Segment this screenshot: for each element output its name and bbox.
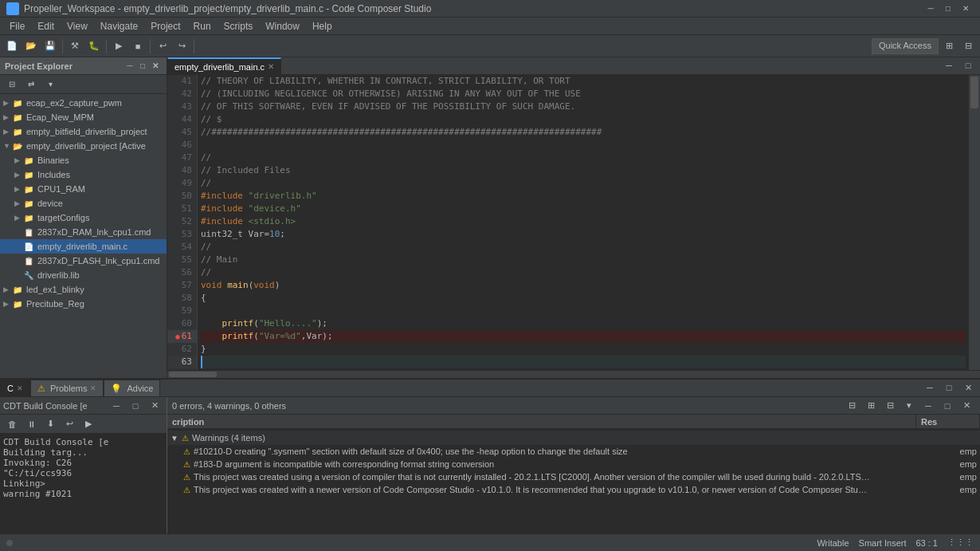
menu-navigate[interactable]: Navigate [94,19,144,33]
tree-item-includes[interactable]: ▶ 📁 Includes [0,167,167,182]
tree-item-main-c[interactable]: ▶ 📄 empty_driverlib_main.c [0,239,167,254]
scrollbar-thumb[interactable] [970,77,978,108]
tree-item-led[interactable]: ▶ 📁 led_ex1_blinky [0,282,167,297]
problems-expand-btn[interactable]: ⊞ [862,397,880,415]
warning-group-header[interactable]: ▼ ⚠ Warnings (4 items) [167,431,980,445]
close-button[interactable]: ✕ [958,2,974,15]
console-panel: CDT Build Console [e ─ □ ✕ 🗑 ⏸ ⬇ ↩ ▶ CDT… [0,397,167,533]
problems-summary: 0 errors, 4 warnings, 0 others [172,401,286,411]
debug-button[interactable]: 🐛 [85,37,103,55]
bottom-panel-min[interactable]: ─ [921,379,939,396]
build-button[interactable]: ⚒ [66,37,84,55]
redo-button[interactable]: ↪ [173,37,190,55]
problems-header: 0 errors, 4 warnings, 0 others ⊟ ⊞ ⊟ ▾ ─… [167,397,980,415]
console-pause-btn[interactable]: ⏸ [22,415,40,433]
console-close-btn[interactable]: ✕ [146,397,163,415]
tree-item-flash-lnk[interactable]: ▶ 📋 2837xD_FLASH_lnk_cpu1.cmd [0,254,167,268]
tree-label: 2837xD_FLASH_lnk_cpu1.cmd [37,256,159,266]
problems-filter-btn[interactable]: ⊟ [843,397,860,415]
open-button[interactable]: 📂 [22,37,40,55]
arrow-icon: ▼ [3,142,11,150]
tree-item-cpu1ram[interactable]: ▶ 📁 CPU1_RAM [0,182,167,196]
tree-item-ecap-mpm[interactable]: ▶ 📁 Ecap_New_MPM [0,110,167,124]
save-button[interactable]: 💾 [41,37,59,55]
window-title: Propeller_Workspace - empty_driverlib_pr… [24,3,923,14]
perspective-btn[interactable]: ⊞ [940,37,958,55]
line-numbers: 41 42 43 44 45 46 47 48 49 50 51 52 53 5… [167,75,198,370]
menu-project[interactable]: Project [144,19,186,33]
tree-label: driverlib.lib [37,270,80,280]
tab-close-button[interactable]: ✕ [268,62,274,71]
bottom-tab-problems[interactable]: ⚠ Problems ✕ [30,380,104,396]
bottom-tab-c[interactable]: C ✕ [0,380,30,396]
problems-close-btn[interactable]: ✕ [958,397,975,415]
tree-item-targetconfigs[interactable]: ▶ 📁 targetConfigs [0,211,167,225]
pe-collapse-btn[interactable]: ⊟ [3,76,21,93]
col-description-label: cription [172,417,204,427]
tree-label: empty_driverlib_main.c [37,242,127,251]
console-scroll-btn[interactable]: ⬇ [41,415,59,433]
menu-run[interactable]: Run [187,19,218,33]
problems-max-btn[interactable]: □ [939,397,956,415]
menu-edit[interactable]: Edit [31,19,61,33]
console-word-wrap-btn[interactable]: ↩ [61,415,78,433]
tree-item-precitube[interactable]: ▶ 📁 Precitube_Reg [0,297,167,311]
tree-item-ecap[interactable]: ▶ 📁 ecap_ex2_capture_pwm [0,96,167,110]
editor-tab-main-c[interactable]: empty_driverlib_main.c ✕ [167,57,281,74]
pe-close-btn[interactable]: ✕ [149,60,162,73]
warning-item-0[interactable]: ⚠ #10210-D creating ".sysmem" section wi… [167,445,980,458]
bottom-panel-close[interactable]: ✕ [959,379,977,396]
tree-item-device[interactable]: ▶ 📁 device [0,196,167,211]
undo-button[interactable]: ↩ [154,37,171,55]
console-next-btn[interactable]: ▶ [80,415,97,433]
console-text[interactable]: CDT Build Console [e Building targ... In… [0,434,167,533]
warning-item-3[interactable]: ⚠ This project was created with a newer … [167,483,980,496]
warning-res-1: emp [960,459,980,469]
toolbar-sep-4 [194,39,194,53]
pe-maximize-btn[interactable]: □ [136,60,149,73]
problems-min-btn[interactable]: ─ [919,397,937,415]
perspectives-btn[interactable]: ⊟ [959,37,977,55]
pe-minimize-btn[interactable]: ─ [123,60,136,73]
warning-item-2[interactable]: ⚠ This project was created using a versi… [167,470,980,483]
tree-item-driverlib[interactable]: ▶ 🔧 driverlib.lib [0,268,167,282]
pe-link-btn[interactable]: ⇄ [22,76,40,93]
bottom-panel-max[interactable]: □ [940,379,958,396]
run-button[interactable]: ▶ [110,37,127,55]
status-position: 63 : 1 [915,538,938,548]
console-clear-btn[interactable]: 🗑 [3,415,21,433]
quick-access-button[interactable]: Quick Access [872,38,939,54]
code-content[interactable]: // THEORY OF LIABILITY, WHETHER IN CONTR… [198,75,969,370]
bottom-tab-c-id: ✕ [17,384,23,392]
menu-view[interactable]: View [61,19,94,33]
tree-item-bitfield[interactable]: ▶ 📁 empty_bitfield_driverlib_project [0,124,167,139]
tree-item-binaries[interactable]: ▶ 📁 Binaries [0,153,167,167]
tree-item-ram-lnk[interactable]: ▶ 📋 2837xD_RAM_lnk_cpu1.cmd [0,225,167,239]
editor-min-btn[interactable]: ─ [940,57,958,74]
problems-menu-btn[interactable]: ▾ [900,397,918,415]
h-scrollbar-thumb[interactable] [169,372,217,377]
minimize-button[interactable]: ─ [923,2,939,15]
status-insert-mode: Smart Insert [859,538,907,548]
bottom-tab-advice[interactable]: 💡 Advice [104,380,160,396]
menu-help[interactable]: Help [306,19,339,33]
horizontal-scrollbar[interactable] [167,370,980,378]
group-arrow-icon: ▼ [171,434,178,443]
editor-scrollbar[interactable] [969,75,980,370]
menu-scripts[interactable]: Scripts [218,19,260,33]
stop-button[interactable]: ■ [129,37,147,55]
warning-item-1[interactable]: ⚠ #183-D argument is incompatible with c… [167,458,980,470]
problems-collapse-btn[interactable]: ⊟ [881,397,899,415]
line-num-44: 44 [167,113,197,126]
code-editor[interactable]: 41 42 43 44 45 46 47 48 49 50 51 52 53 5… [167,75,980,370]
tree-item-empty-driverlib[interactable]: ▼ 📂 empty_driverlib_project [Active [0,139,167,153]
editor-max-btn[interactable]: □ [959,57,977,74]
console-max-btn[interactable]: □ [127,397,144,415]
tree-label: 2837xD_RAM_lnk_cpu1.cmd [37,227,151,237]
menu-window[interactable]: Window [259,19,306,33]
new-button[interactable]: 📄 [3,37,21,55]
maximize-button[interactable]: □ [940,2,956,15]
console-min-btn[interactable]: ─ [108,397,125,415]
pe-menu-btn[interactable]: ▾ [41,76,59,93]
menu-file[interactable]: File [3,19,31,33]
